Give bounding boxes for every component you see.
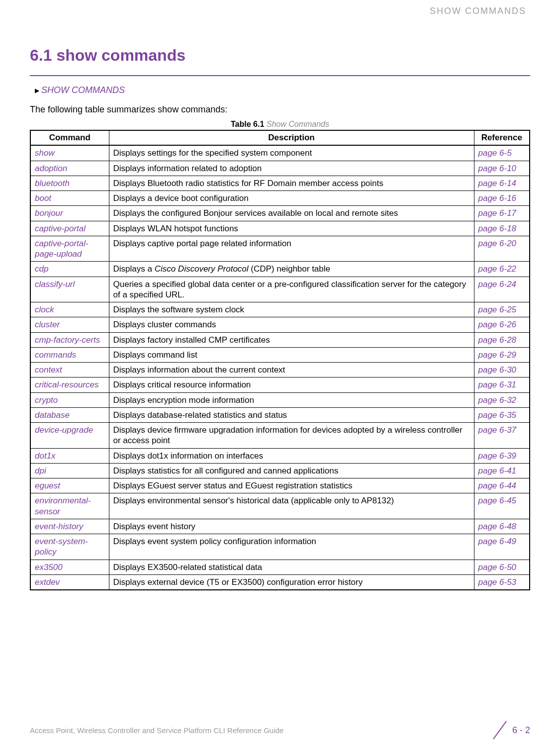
- footer-page-box: 6 - 2: [490, 719, 530, 741]
- command-link[interactable]: device-upgrade: [35, 425, 93, 435]
- reference-link[interactable]: page 6-41: [478, 466, 517, 475]
- command-link[interactable]: eguest: [35, 481, 60, 490]
- command-link[interactable]: boot: [35, 193, 51, 203]
- reference-link[interactable]: page 6-22: [478, 264, 517, 274]
- description-cell: Displays external device (T5 or EX3500) …: [109, 574, 474, 590]
- reference-link[interactable]: page 6-10: [478, 164, 517, 173]
- table-row: cdpDisplays a Cisco Discovery Protocol (…: [30, 262, 530, 277]
- description-cell: Displays Bluetooth radio statistics for …: [109, 176, 474, 190]
- command-link[interactable]: dot1x: [35, 451, 56, 461]
- reference-link[interactable]: page 6-32: [478, 395, 517, 405]
- section-title: 6.1 show commands: [30, 46, 530, 65]
- description-cell: Displays information about the current c…: [109, 363, 474, 377]
- reference-link[interactable]: page 6-5: [478, 148, 512, 158]
- command-link[interactable]: ex3500: [35, 563, 63, 572]
- section-heading: show commands: [56, 46, 186, 64]
- reference-link[interactable]: page 6-44: [478, 481, 517, 490]
- command-link[interactable]: show: [35, 148, 55, 158]
- command-link[interactable]: dpi: [35, 466, 46, 475]
- reference-link[interactable]: page 6-37: [478, 425, 517, 435]
- reference-link[interactable]: page 6-24: [478, 280, 517, 289]
- command-link[interactable]: commands: [35, 350, 76, 360]
- description-cell: Displays event system policy configurati…: [109, 534, 474, 560]
- description-cell: Displays captive portal page related inf…: [109, 236, 474, 262]
- table-row: clockDisplays the software system clockp…: [30, 302, 530, 317]
- table-row: critical-resourcesDisplays critical reso…: [30, 377, 530, 392]
- command-link[interactable]: context: [35, 365, 62, 375]
- reference-link[interactable]: page 6-53: [478, 577, 517, 587]
- breadcrumb[interactable]: ▶ SHOW COMMANDS: [35, 85, 530, 95]
- reference-link[interactable]: page 6-17: [478, 208, 517, 218]
- description-cell: Displays a Cisco Discovery Protocol (CDP…: [109, 262, 474, 277]
- breadcrumb-arrow-icon: ▶: [35, 87, 39, 94]
- description-cell: Displays a device boot configuration: [109, 191, 474, 206]
- table-row: dpiDisplays statistics for all configure…: [30, 463, 530, 478]
- reference-link[interactable]: page 6-20: [478, 239, 517, 248]
- breadcrumb-label: SHOW COMMANDS: [41, 85, 125, 95]
- description-cell: Displays information related to adoption: [109, 161, 474, 176]
- table-row: classify-urlQueries a specified global d…: [30, 277, 530, 302]
- description-cell: Queries a specified global data center o…: [109, 277, 474, 302]
- command-link[interactable]: bluetooth: [35, 179, 70, 188]
- reference-link[interactable]: page 6-25: [478, 305, 517, 314]
- reference-link[interactable]: page 6-14: [478, 179, 517, 188]
- description-cell: Displays environmental sensor's historic…: [109, 493, 474, 519]
- table-row: device-upgradeDisplays device firmware u…: [30, 423, 530, 449]
- command-link[interactable]: environmental-sensor: [35, 496, 91, 516]
- command-link[interactable]: classify-url: [35, 280, 75, 289]
- reference-link[interactable]: page 6-29: [478, 350, 517, 360]
- reference-link[interactable]: page 6-45: [478, 496, 517, 505]
- command-link[interactable]: captive-portal-page-upload: [35, 239, 89, 259]
- command-link[interactable]: critical-resources: [35, 380, 98, 389]
- table-row: eguestDisplays EGuest server status and …: [30, 478, 530, 493]
- footer-slash-icon: [490, 719, 509, 741]
- reference-link[interactable]: page 6-50: [478, 563, 517, 572]
- command-link[interactable]: event-system-policy: [35, 537, 88, 557]
- command-link[interactable]: cdp: [35, 264, 48, 274]
- reference-link[interactable]: page 6-35: [478, 410, 517, 420]
- reference-link[interactable]: page 6-28: [478, 335, 517, 345]
- table-row: databaseDisplays database-related statis…: [30, 407, 530, 422]
- table-row: captive-portalDisplays WLAN hotspot func…: [30, 221, 530, 236]
- table-row: cryptoDisplays encryption mode informati…: [30, 392, 530, 407]
- running-head: SHOW COMMANDS: [30, 0, 530, 16]
- command-link[interactable]: extdev: [35, 577, 60, 587]
- reference-link[interactable]: page 6-26: [478, 320, 517, 329]
- reference-link[interactable]: page 6-39: [478, 451, 517, 461]
- command-link[interactable]: clock: [35, 305, 54, 314]
- table-row: contextDisplays information about the cu…: [30, 363, 530, 377]
- table-row: cmp-factory-certsDisplays factory instal…: [30, 332, 530, 347]
- command-link[interactable]: cluster: [35, 320, 60, 329]
- reference-link[interactable]: page 6-49: [478, 537, 517, 546]
- table-row: bonjourDisplays the configured Bonjour s…: [30, 206, 530, 221]
- command-link[interactable]: bonjour: [35, 208, 63, 218]
- page-footer: Access Point, Wireless Controller and Se…: [30, 719, 530, 741]
- section-number: 6.1: [30, 46, 52, 64]
- table-row: environmental-sensorDisplays environment…: [30, 493, 530, 519]
- reference-link[interactable]: page 6-18: [478, 224, 517, 233]
- header-command: Command: [30, 130, 109, 145]
- header-reference: Reference: [474, 130, 530, 145]
- description-cell: Displays EX3500-related statistical data: [109, 560, 474, 574]
- reference-link[interactable]: page 6-31: [478, 380, 517, 389]
- table-header-row: Command Description Reference: [30, 130, 530, 145]
- footer-page-number: 6 - 2: [509, 725, 530, 736]
- reference-link[interactable]: page 6-30: [478, 365, 517, 375]
- command-link[interactable]: captive-portal: [35, 224, 86, 233]
- table-row: bootDisplays a device boot configuration…: [30, 191, 530, 206]
- command-link[interactable]: event-history: [35, 522, 83, 531]
- command-link[interactable]: cmp-factory-certs: [35, 335, 100, 345]
- reference-link[interactable]: page 6-48: [478, 522, 517, 531]
- commands-table: Command Description Reference showDispla…: [30, 130, 530, 590]
- command-link[interactable]: adoption: [35, 164, 67, 173]
- table-caption: Table 6.1 Show Commands: [30, 120, 530, 129]
- description-cell: Displays event history: [109, 519, 474, 534]
- command-link[interactable]: crypto: [35, 395, 58, 405]
- reference-link[interactable]: page 6-16: [478, 193, 517, 203]
- title-rule: [30, 75, 530, 76]
- command-link[interactable]: database: [35, 410, 70, 420]
- table-row: event-historyDisplays event historypage …: [30, 519, 530, 534]
- description-cell: Displays factory installed CMP certifica…: [109, 332, 474, 347]
- description-cell: Displays database-related statistics and…: [109, 407, 474, 422]
- description-cell: Displays the configured Bonjour services…: [109, 206, 474, 221]
